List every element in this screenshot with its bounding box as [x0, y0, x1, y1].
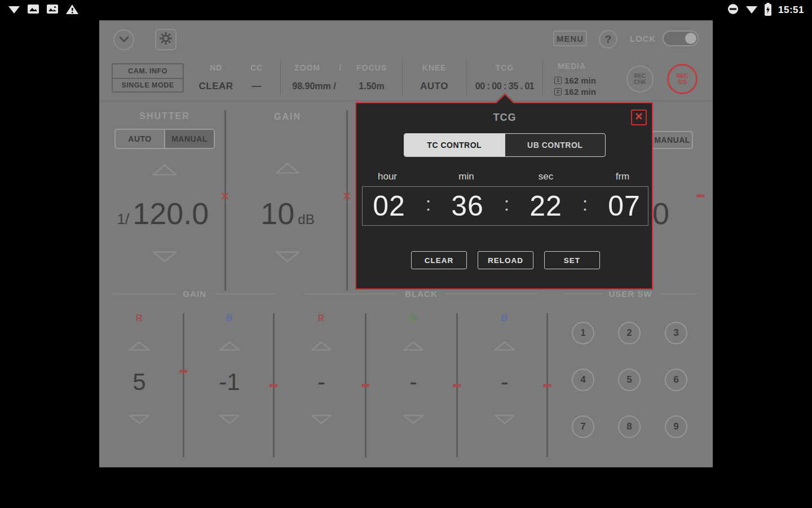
header-line [659, 294, 698, 294]
gain-r-label: R [136, 313, 143, 323]
status-bar-left [8, 3, 79, 17]
camera-remote-app: MENU ? LOCK CAM. INFO SINGLE MODE ND CLE… [99, 20, 713, 467]
tab-ub-control[interactable]: UB CONTROL [505, 134, 606, 156]
header-line [213, 294, 276, 294]
clear-button[interactable]: CLEAR [411, 251, 467, 269]
black-r-down-button[interactable] [310, 414, 333, 425]
black-b-up-button[interactable] [493, 340, 516, 352]
user-sw-button-5[interactable]: 5 [618, 369, 641, 391]
clock: 15:51 [778, 5, 804, 16]
shutter-slider[interactable] [224, 110, 226, 291]
gain-r-down-button[interactable] [128, 414, 151, 425]
column-label-min: min [458, 171, 474, 182]
black-b-label: B [501, 313, 509, 323]
header-line [304, 294, 398, 294]
black-r-up-button[interactable] [310, 340, 333, 352]
media-slot-1: 1 162 min [554, 75, 596, 85]
gain-b-down-button[interactable] [218, 414, 241, 425]
timecode-separator: : [582, 193, 588, 220]
user-sw-button-1[interactable]: 1 [572, 322, 594, 344]
screen: 15:51 MENU ? LOCK CAM. INFO SINGLE MODE … [0, 0, 812, 508]
user-sw-button-6[interactable]: 6 [665, 369, 687, 391]
network-icon [8, 3, 20, 17]
gain-title: GAIN [274, 112, 301, 122]
user-sw-button-3[interactable]: 3 [665, 322, 687, 344]
collapse-button[interactable] [113, 29, 134, 50]
gain-slider-marker [343, 192, 351, 200]
help-button[interactable]: ? [599, 30, 617, 49]
gain-down-button[interactable] [275, 251, 301, 264]
user-sw-button-8[interactable]: 8 [618, 415, 641, 438]
gain-b-value: -1 [219, 369, 240, 396]
knee-label: KNEE [422, 63, 447, 72]
slot1-icon: 1 [554, 77, 562, 84]
dialog-close-button[interactable] [631, 110, 647, 125]
user-sw-button-7[interactable]: 7 [572, 415, 594, 438]
gain-section-header: GAIN [113, 289, 276, 298]
black-g-value: - [409, 369, 417, 396]
gain-b-label: B [226, 313, 233, 323]
shutter-value-prefix: 1/ [117, 211, 130, 228]
user-sw-button-9[interactable]: 9 [665, 415, 687, 438]
menu-button[interactable]: MENU [553, 30, 587, 46]
black-g-down-button[interactable] [402, 414, 425, 425]
set-button[interactable]: SET [544, 251, 600, 269]
black-r-value: - [317, 369, 325, 396]
dialog-arrow [496, 93, 514, 112]
gain-b-slider-marker [270, 384, 277, 387]
shutter-up-button[interactable] [152, 164, 178, 177]
rec-start-stop-button[interactable]: REC S/S [667, 64, 698, 94]
gain-b-up-button[interactable] [218, 340, 241, 352]
tcg-value: 00 : 00 : 35 . 01 [475, 81, 534, 91]
focus-label: FOCUS [356, 63, 387, 72]
shutter-title: SHUTTER [139, 111, 190, 121]
media-slot-1-remaining: 162 min [564, 76, 596, 85]
dialog-tab-bar: TC CONTROL UB CONTROL [404, 133, 606, 157]
timecode-sec: 22 [529, 190, 562, 222]
gain-r-up-button[interactable] [128, 340, 151, 352]
gain-value-number: 10 [261, 196, 294, 231]
header-line [113, 294, 176, 294]
black-r-slider-marker [361, 384, 369, 387]
tab-tc-control[interactable]: TC CONTROL [404, 134, 505, 156]
zoom-label: ZOOM [294, 63, 320, 72]
timecode-separator: : [426, 193, 431, 220]
right-manual-button[interactable]: MANUAL [651, 131, 693, 149]
gain-up-button[interactable] [275, 162, 301, 175]
right-slider-marker [696, 195, 704, 198]
warning-icon [65, 3, 79, 17]
black-b-down-button[interactable] [493, 414, 516, 425]
black-g-up-button[interactable] [402, 340, 425, 352]
gear-icon [159, 32, 173, 47]
black-g-label: G [409, 313, 417, 323]
chevron-down-icon [119, 35, 129, 45]
cc-value: — [251, 81, 262, 92]
lock-toggle[interactable] [663, 30, 699, 46]
dialog-title: TCG [493, 112, 517, 124]
shutter-down-button[interactable] [152, 251, 178, 264]
header-line [444, 294, 538, 294]
rec-check-button[interactable]: REC CHK [626, 65, 654, 93]
reload-button[interactable]: RELOAD [478, 251, 533, 269]
cam-info-button[interactable]: CAM. INFO SINGLE MODE [112, 63, 184, 93]
timecode-hour: 02 [373, 190, 405, 222]
dnd-icon [727, 3, 739, 17]
rec-ss-line2: S/S [678, 79, 687, 86]
header-line [564, 294, 602, 294]
gain-slider[interactable] [346, 110, 348, 291]
user-sw-button-2[interactable]: 2 [618, 322, 641, 344]
user-sw-section-label: USER SW [609, 289, 652, 299]
toggle-knob [685, 33, 696, 44]
shutter-auto-button[interactable]: AUTO [116, 130, 164, 148]
timecode-separator: : [504, 193, 509, 220]
status-bar: 15:51 [0, 0, 812, 20]
black-g-slider-marker [453, 384, 461, 387]
shutter-manual-button[interactable]: MANUAL [164, 130, 214, 148]
user-sw-button-4[interactable]: 4 [572, 369, 594, 391]
timecode-display[interactable]: 02 : 36 : 22 : 07 [362, 186, 648, 226]
cc-label: CC [250, 63, 263, 72]
media-slot-2: 2 162 min [554, 86, 596, 97]
info-divider [402, 60, 403, 95]
settings-button[interactable] [155, 29, 176, 50]
gain-r-slider[interactable] [183, 313, 184, 457]
